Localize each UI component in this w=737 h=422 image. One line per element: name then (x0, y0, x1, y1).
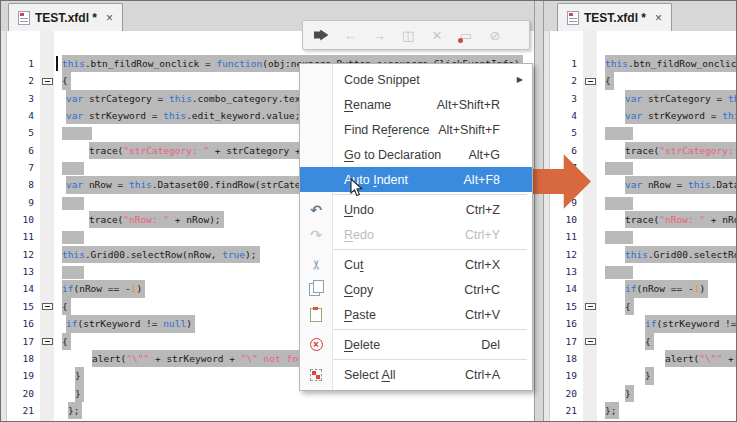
code-line: { (605, 298, 737, 315)
line-number-gutter: 123456789101112131415161718192021 (7, 31, 40, 422)
breakpoint-toggle-icon[interactable]: ▭ (456, 25, 476, 45)
line-number: 10 (550, 211, 577, 228)
bookmark-show-icon[interactable]: ◫ (398, 25, 418, 45)
menu-item-cut[interactable]: CutCtrl+X (300, 252, 532, 277)
tab-close-icon[interactable]: × (106, 11, 113, 25)
menu-item-redo[interactable]: RedoCtrl+Y (300, 222, 532, 247)
line-number: 4 (550, 107, 577, 124)
line-number-gutter: 123456789101112131415161718192021 (550, 31, 583, 422)
line-number: 21 (550, 402, 577, 419)
code-line: { (605, 72, 737, 89)
breakpoint-clear-icon[interactable]: ⊘ (485, 25, 505, 45)
menu-item-shortcut: Ctrl+A (465, 368, 500, 382)
line-number: 17 (7, 333, 34, 350)
submenu-arrow-icon: ▶ (517, 75, 523, 84)
xfdl-file-icon (567, 11, 579, 25)
menu-item-label: Go to Declaration (344, 148, 441, 162)
code-line: var strKeyword = this.edit_keyword.value… (605, 107, 737, 124)
bookmark-next-icon[interactable]: → (369, 25, 389, 45)
menu-item-code-snippet[interactable]: Code Snippet▶ (300, 67, 532, 92)
fold-marker[interactable] (585, 338, 596, 345)
menu-item-label: Rename (344, 98, 391, 112)
run-script-icon[interactable] (311, 25, 331, 45)
line-number: 19 (7, 367, 34, 384)
fold-marker[interactable] (42, 303, 53, 310)
fold-marker[interactable] (42, 338, 53, 345)
line-number: 14 (550, 280, 577, 297)
line-number: 1 (7, 55, 34, 72)
select-all-icon (310, 369, 322, 381)
line-number: 20 (7, 385, 34, 402)
code-line (605, 124, 737, 141)
line-number: 1 (550, 55, 577, 72)
menu-item-delete[interactable]: ×DeleteDel (300, 332, 532, 357)
code-line: } (605, 385, 737, 402)
fold-gutter (40, 31, 54, 422)
line-number: 13 (7, 263, 34, 280)
code-line: alert("\"" + strKeyword + "\" not found"… (605, 350, 737, 367)
menu-item-find-reference[interactable]: Find ReferenceAlt+Shift+F (300, 117, 532, 142)
line-number: 5 (7, 124, 34, 141)
menu-item-copy[interactable]: CopyCtrl+C (300, 277, 532, 302)
menu-item-undo[interactable]: UndoCtrl+Z (300, 197, 532, 222)
menu-item-shortcut: Ctrl+V (465, 308, 500, 322)
line-number: 12 (7, 246, 34, 263)
bookmark-prev-icon[interactable]: ← (340, 25, 360, 45)
menu-item-label: Cut (344, 258, 363, 272)
line-number: 3 (7, 90, 34, 107)
line-number: 6 (7, 142, 34, 159)
line-number: 12 (550, 246, 577, 263)
menu-item-select-all[interactable]: Select AllCtrl+A (300, 362, 532, 387)
delete-icon: × (310, 338, 323, 351)
menu-item-rename[interactable]: RenameAlt+Shift+R (300, 92, 532, 117)
menu-separator (305, 194, 527, 195)
text-caret (56, 56, 58, 71)
tab-title: TEST.xfdl * (584, 11, 646, 25)
line-number: 3 (550, 90, 577, 107)
line-number: 15 (550, 298, 577, 315)
line-number: 15 (7, 298, 34, 315)
line-number: 19 (550, 367, 577, 384)
redo-icon (310, 227, 322, 243)
code-line: }; (605, 402, 737, 419)
line-number: 9 (7, 194, 34, 211)
code-line (605, 194, 737, 211)
bookmark-clear-icon[interactable]: ✕ (427, 25, 447, 45)
menu-item-label: Paste (344, 308, 376, 322)
mouse-cursor (350, 178, 364, 198)
code-editor-right[interactable]: 123456789101112131415161718192021this.bt… (544, 31, 737, 422)
menu-item-go-to-declaration[interactable]: Go to DeclarationAlt+G (300, 142, 532, 167)
code-line: this.Grid00.selectRow(nRow, true); (605, 246, 737, 263)
tab-left-test-xfdl[interactable]: TEST.xfdl * × (8, 3, 123, 31)
menu-item-label: Undo (344, 203, 374, 217)
fold-marker[interactable] (585, 303, 596, 310)
line-number: 10 (7, 211, 34, 228)
menu-separator (305, 249, 527, 250)
menu-item-label: Delete (344, 338, 380, 352)
line-number: 13 (550, 263, 577, 280)
line-number: 20 (550, 385, 577, 402)
menu-item-shortcut: Alt+G (468, 148, 500, 162)
copy-icon (309, 283, 320, 296)
menu-item-paste[interactable]: PasteCtrl+V (300, 302, 532, 327)
menu-item-shortcut: Ctrl+Z (466, 203, 500, 217)
menu-item-label: Redo (344, 228, 374, 242)
menu-item-auto-indent[interactable]: Auto IndentAlt+F8 (300, 167, 532, 192)
line-number: 8 (7, 176, 34, 193)
ide-window: TEST.xfdl * × 12345678910111213141516171… (0, 0, 737, 422)
tab-right-test-xfdl[interactable]: TEST.xfdl * × (557, 3, 672, 31)
fold-marker[interactable] (585, 78, 596, 85)
menu-item-shortcut: Ctrl+X (465, 258, 500, 272)
line-number: 14 (7, 280, 34, 297)
tab-close-icon[interactable]: × (655, 11, 662, 25)
code-line: if(strKeyword != null) (605, 315, 737, 332)
code-line: var strCategory = this.combo_category.te… (605, 90, 737, 107)
menu-separator (305, 359, 527, 360)
fold-marker[interactable] (42, 78, 53, 85)
line-number: 11 (7, 228, 34, 245)
code-line: trace("strCategory: " + strCategory + ",… (605, 142, 737, 159)
tabbar-right: TEST.xfdl * × (544, 1, 737, 32)
tab-title: TEST.xfdl * (35, 11, 97, 25)
menu-item-label: Select All (344, 368, 395, 382)
menu-item-label: Code Snippet (344, 73, 420, 87)
